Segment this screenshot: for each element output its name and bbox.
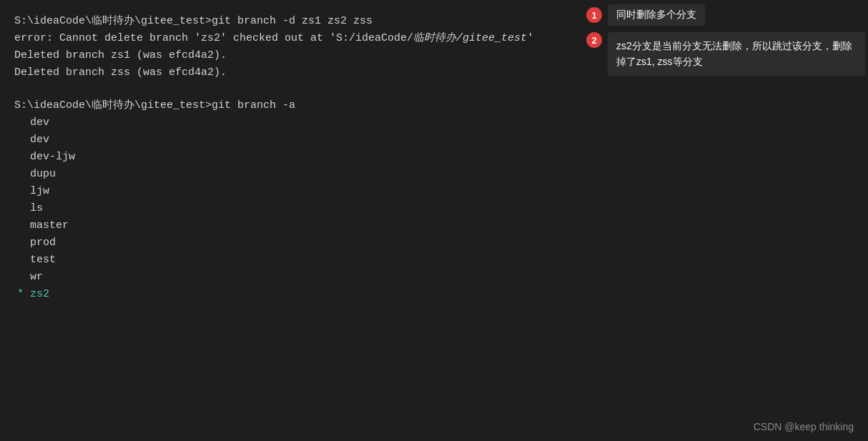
tooltip-1-container: 1 同时删除多个分支: [586, 4, 705, 26]
command-line-1: S:\ideaCode\临时待办\gitee_test>git branch -…: [14, 13, 854, 30]
branch-test: test: [14, 252, 854, 269]
command-line-2: S:\ideaCode\临时待办\gitee_test>git branch -…: [14, 97, 854, 114]
branch-dev-1: dev: [14, 114, 854, 132]
tooltip-2-text: zs2分支是当前分支无法删除，所以跳过该分支，删除掉了zs1, zss等分支: [608, 32, 865, 76]
tooltip-1-text: 同时删除多个分支: [608, 4, 705, 26]
error-text: error: Cannot delete branch 'zs2' checke…: [14, 32, 533, 44]
prompt-1: S:\ideaCode\临时待办\gitee_test>git branch -…: [14, 15, 379, 27]
watermark: CSDN @keep thinking: [754, 421, 854, 432]
branch-ls: ls: [14, 200, 854, 217]
branch-dupu: dupu: [14, 166, 854, 183]
badge-2: 2: [586, 32, 602, 48]
branch-wr: wr: [14, 269, 854, 286]
branch-dev-2: dev: [14, 132, 854, 149]
branch-dev-ljw: dev-ljw: [14, 149, 854, 166]
tooltip-2-container: 2 zs2分支是当前分支无法删除，所以跳过该分支，删除掉了zs1, zss等分支: [586, 32, 865, 76]
prompt-2: S:\ideaCode\临时待办\gitee_test>git branch -…: [14, 99, 295, 112]
branch-active-zs2: * zs2: [14, 286, 854, 303]
terminal-window: S:\ideaCode\临时待办\gitee_test>git branch -…: [0, 0, 868, 441]
badge-1: 1: [586, 7, 602, 23]
branch-ljw: ljw: [14, 183, 854, 200]
branch-master: master: [14, 217, 854, 234]
branch-prod: prod: [14, 234, 854, 252]
